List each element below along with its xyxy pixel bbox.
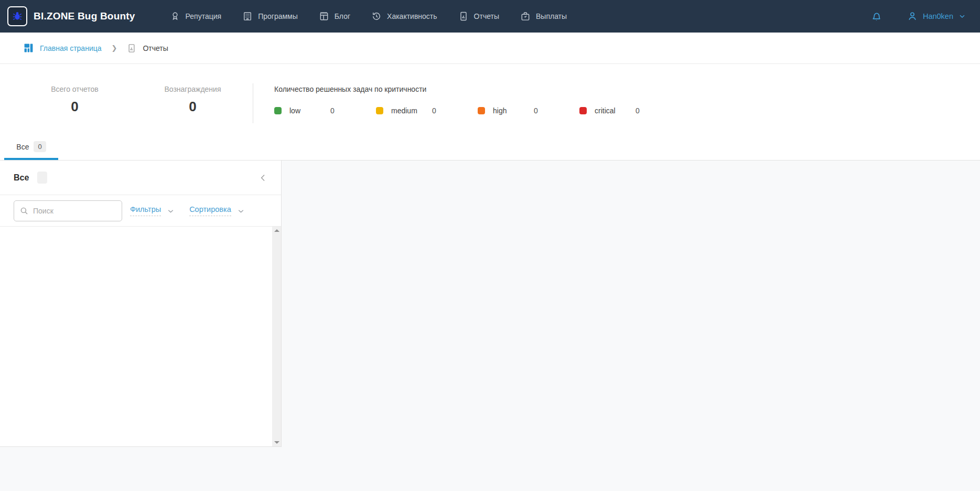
- scroll-down-arrow-icon[interactable]: [274, 441, 279, 444]
- history-icon: [371, 11, 382, 22]
- nav-item-hackactivity[interactable]: Хакактивность: [371, 11, 437, 22]
- panel-count-badge: [37, 172, 47, 184]
- search-icon: [19, 206, 29, 216]
- bizone-bug-logo-icon: [7, 6, 27, 26]
- reports-list-panel: Все Фильтры: [0, 161, 282, 447]
- medal-icon: [170, 11, 180, 22]
- nav-label: Хакактивность: [387, 12, 437, 20]
- medium-swatch-icon: [376, 107, 383, 114]
- severity-legend: low 0 medium 0 high 0 critical 0: [274, 106, 681, 115]
- breadcrumb-separator-icon: ❯: [112, 44, 117, 52]
- chevron-down-icon: [166, 207, 175, 216]
- main-nav: Репутация Программы Блог: [170, 11, 567, 22]
- brand-title: BI.ZONE Bug Bounty: [34, 10, 135, 22]
- severity-count: 0: [534, 106, 538, 115]
- content-area: Все Фильтры: [0, 161, 980, 491]
- blog-icon: [319, 11, 329, 22]
- breadcrumb-current: Отчеты: [127, 44, 168, 53]
- nav-label: Репутация: [186, 12, 222, 20]
- nav-label: Программы: [258, 12, 298, 20]
- breadcrumb-home[interactable]: Главная страница: [24, 43, 102, 53]
- reports-empty-list: [0, 227, 281, 446]
- breadcrumb: Главная страница ❯ Отчеты: [0, 33, 980, 64]
- nav-item-reputation[interactable]: Репутация: [170, 11, 222, 22]
- severity-label: high: [493, 106, 534, 115]
- severity-title: Количество решенных задач по критичности: [274, 85, 681, 93]
- severity-stats: Количество решенных задач по критичности…: [274, 85, 681, 135]
- user-icon: [907, 10, 918, 22]
- chevron-down-icon: [236, 207, 245, 216]
- nav-label: Отчеты: [474, 12, 499, 20]
- low-swatch-icon: [274, 107, 282, 114]
- scroll-up-arrow-icon[interactable]: [274, 229, 279, 232]
- collapse-panel-chevron-left-icon[interactable]: [258, 173, 268, 183]
- stat-value: 0: [134, 99, 252, 115]
- report-detail-empty-area: [282, 161, 980, 491]
- nav-item-reports[interactable]: Отчеты: [458, 11, 499, 22]
- breadcrumb-home-link[interactable]: Главная страница: [40, 44, 102, 52]
- building-icon: [242, 11, 253, 22]
- severity-item-medium: medium 0: [376, 106, 478, 115]
- report-icon: [458, 11, 469, 22]
- nav-label: Блог: [335, 12, 350, 20]
- severity-count: 0: [636, 106, 640, 115]
- stat-label: Всего отчетов: [16, 85, 134, 93]
- notifications-bell-icon[interactable]: [870, 10, 882, 23]
- panel-header: Все: [0, 161, 281, 195]
- panel-title: Все: [14, 173, 29, 183]
- sort-label: Сортировка: [189, 205, 231, 216]
- tab-label: Все: [16, 143, 29, 151]
- breadcrumb-current-label: Отчеты: [143, 44, 168, 52]
- search-input[interactable]: [14, 200, 122, 221]
- reports-tabs: Все 0: [0, 135, 980, 161]
- severity-item-low: low 0: [274, 106, 376, 115]
- brand-home-link[interactable]: BI.ZONE Bug Bounty: [7, 6, 135, 26]
- search-wrap: [14, 200, 122, 221]
- tab-count-badge: 0: [34, 141, 46, 152]
- severity-label: medium: [391, 106, 432, 115]
- severity-count: 0: [432, 106, 436, 115]
- nav-item-programs[interactable]: Программы: [242, 11, 298, 22]
- user-name: Han0ken: [923, 12, 953, 20]
- stats-section: Всего отчетов 0 Вознаграждения 0 Количес…: [0, 64, 980, 135]
- nav-item-payouts[interactable]: Выплаты: [520, 11, 567, 22]
- severity-label: critical: [595, 106, 636, 115]
- panel-toolbar: Фильтры Сортировка: [0, 195, 281, 227]
- stat-total-reports: Всего отчетов 0: [16, 85, 134, 135]
- critical-swatch-icon: [579, 107, 587, 114]
- navbar-right: Han0ken: [870, 10, 966, 23]
- report-doc-icon: [127, 44, 136, 53]
- nav-label: Выплаты: [536, 12, 567, 20]
- severity-label: low: [289, 106, 330, 115]
- list-scrollbar[interactable]: [272, 227, 281, 446]
- filters-label: Фильтры: [130, 205, 161, 216]
- nav-item-blog[interactable]: Блог: [319, 11, 350, 22]
- dashboard-grid-icon: [24, 43, 34, 53]
- severity-count: 0: [330, 106, 335, 115]
- tab-all[interactable]: Все 0: [4, 135, 58, 160]
- high-swatch-icon: [478, 107, 485, 114]
- vertical-divider: [253, 83, 253, 123]
- severity-item-critical: critical 0: [579, 106, 681, 115]
- sort-dropdown[interactable]: Сортировка: [189, 205, 245, 216]
- filters-dropdown[interactable]: Фильтры: [130, 205, 175, 216]
- stat-value: 0: [16, 99, 134, 115]
- stat-rewards: Вознаграждения 0: [134, 85, 252, 135]
- top-navbar: BI.ZONE Bug Bounty Репутация Программы: [0, 0, 980, 33]
- chevron-down-icon: [958, 12, 966, 20]
- severity-item-high: high 0: [478, 106, 579, 115]
- user-menu[interactable]: Han0ken: [907, 10, 966, 22]
- stat-label: Вознаграждения: [134, 85, 252, 93]
- briefcase-icon: [520, 11, 531, 22]
